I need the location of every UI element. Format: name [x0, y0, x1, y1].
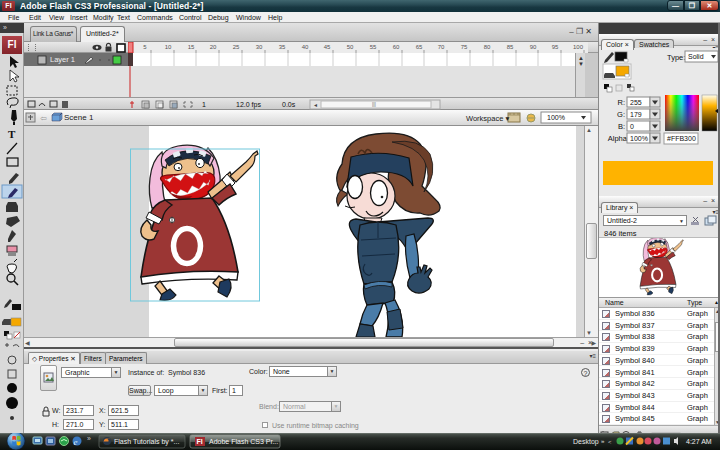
svg-text:#FFB300: #FFB300	[667, 135, 696, 142]
svg-text:45: 45	[324, 44, 331, 50]
svg-text:80: 80	[484, 44, 491, 50]
svg-text:<: <	[608, 439, 612, 445]
svg-text:◂: ◂	[314, 102, 317, 108]
svg-text:0: 0	[630, 123, 634, 130]
svg-text:50: 50	[347, 44, 354, 50]
svg-text:⇦: ⇦	[40, 114, 47, 123]
svg-text:Desktop: Desktop	[573, 438, 599, 446]
svg-text:65: 65	[416, 44, 423, 50]
svg-text:100%: 100%	[547, 114, 565, 121]
svg-text:e: e	[74, 437, 78, 447]
svg-text:Solid: Solid	[688, 53, 704, 60]
svg-text:85: 85	[507, 44, 514, 50]
svg-text:Flash Tutorials by *...: Flash Tutorials by *...	[114, 438, 179, 446]
svg-text:R:: R:	[618, 98, 626, 107]
svg-text:»: »	[601, 438, 605, 444]
svg-text:15: 15	[188, 44, 195, 50]
svg-text:90: 90	[530, 44, 537, 50]
svg-text:70: 70	[438, 44, 445, 50]
svg-text:Adobe Flash CS3 Pr...: Adobe Flash CS3 Pr...	[209, 438, 278, 445]
svg-text:30: 30	[256, 44, 263, 50]
svg-text:T: T	[8, 128, 16, 140]
svg-text:»: »	[87, 435, 91, 442]
svg-text:G:: G:	[617, 110, 625, 119]
svg-text:0.0s: 0.0s	[282, 101, 296, 108]
svg-text:20: 20	[210, 44, 217, 50]
svg-text:Fl: Fl	[197, 438, 203, 445]
svg-text:179: 179	[630, 111, 642, 118]
svg-text:60: 60	[393, 44, 400, 50]
svg-text:25: 25	[233, 44, 240, 50]
svg-text:35: 35	[279, 44, 286, 50]
svg-text:12.0 fps: 12.0 fps	[236, 101, 261, 109]
svg-text:40: 40	[302, 44, 309, 50]
svg-text:10: 10	[165, 44, 172, 50]
svg-text:B:: B:	[618, 122, 625, 131]
svg-text:55: 55	[370, 44, 377, 50]
svg-text:Type:: Type:	[667, 53, 685, 62]
svg-text:100: 100	[573, 44, 584, 50]
svg-text:|||: |||	[372, 101, 376, 107]
svg-text:75: 75	[461, 44, 468, 50]
svg-text:4:27 AM: 4:27 AM	[686, 438, 712, 445]
svg-text:1: 1	[202, 101, 206, 108]
svg-text:100%: 100%	[630, 135, 648, 142]
svg-text:95: 95	[552, 44, 559, 50]
svg-text:255: 255	[630, 99, 642, 106]
svg-text:Alpha:: Alpha:	[608, 134, 629, 143]
